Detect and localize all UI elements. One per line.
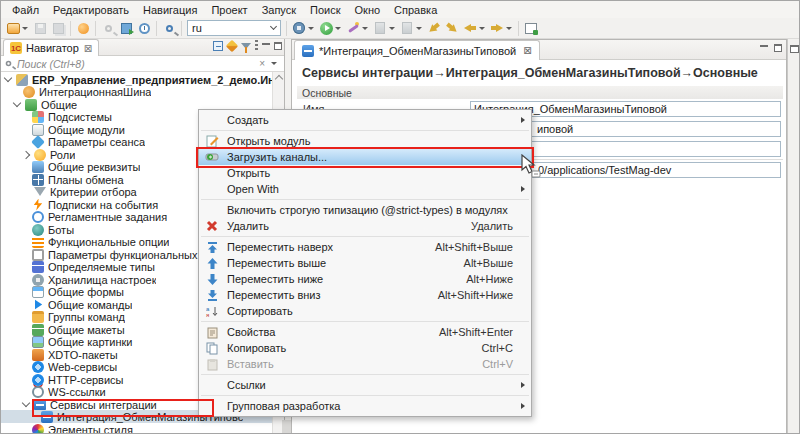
menu-item-open-with[interactable]: Open With — [199, 181, 531, 197]
menu-item-move-top[interactable]: Переместить наверхAlt+Shift+Выше — [199, 239, 531, 255]
new-dropdown-arrow[interactable] — [22, 27, 28, 30]
menu-item-delete[interactable]: УдалитьУдалить — [199, 218, 531, 234]
close-icon[interactable]: ⊠ — [84, 43, 92, 54]
form-icon — [32, 286, 44, 298]
tree-item-style-items[interactable]: Элементы стиля — [1, 423, 284, 434]
menu-run[interactable]: Запуск — [255, 3, 303, 17]
menu-item-move-up[interactable]: Переместить вышеAlt+Выше — [199, 255, 531, 271]
menu-item-move-down[interactable]: Переместить нижеAlt+Ниже — [199, 271, 531, 287]
new-window-button[interactable] — [522, 20, 540, 37]
run-dropdown-arrow[interactable] — [335, 27, 341, 30]
clear-search-icon[interactable]: × — [259, 58, 265, 69]
play-icon — [32, 299, 44, 311]
view-menu-icon[interactable] — [255, 40, 258, 51]
debug-dropdown-arrow[interactable] — [308, 27, 314, 30]
forward-arrow-icon — [491, 24, 503, 32]
menu-item-create[interactable]: Создать — [199, 112, 531, 128]
attributes-icon — [32, 161, 44, 173]
language-combobox[interactable]: ru — [187, 20, 281, 36]
minimize-icon[interactable] — [760, 44, 768, 52]
brackets-icon — [32, 249, 44, 261]
expander-icon[interactable] — [13, 99, 21, 107]
open-search-button[interactable] — [160, 20, 178, 37]
tab-integration-service[interactable]: *Интеграция_ОбменМагазиныТиповой ⊠ — [294, 40, 540, 60]
tool-2-dropdown-arrow[interactable] — [416, 27, 422, 30]
collapse-all-icon[interactable] — [213, 41, 223, 51]
menu-item-references[interactable]: Ссылки — [199, 377, 531, 393]
tab-navigator[interactable]: 1С Навигатор ⊠ — [3, 39, 99, 56]
tool-button-2[interactable] — [398, 20, 416, 37]
expander-icon[interactable] — [22, 399, 30, 407]
menu-navigate[interactable]: Навигация — [136, 3, 204, 17]
delete-icon — [203, 219, 221, 233]
menu-window[interactable]: Окно — [348, 3, 388, 17]
edt-window: Файл Редактировать Навигация Проект Запу… — [0, 0, 800, 434]
redo-button[interactable] — [443, 20, 461, 37]
scheduled-jobs-button[interactable] — [135, 20, 153, 37]
globe-icon — [32, 361, 44, 373]
tool-button-1[interactable] — [371, 20, 389, 37]
check-modules-button[interactable] — [117, 20, 135, 37]
back-dropdown-arrow[interactable] — [479, 27, 485, 30]
minimize-icon[interactable] — [262, 42, 270, 50]
menu-item-copy[interactable]: КопироватьCtrl+C — [199, 340, 531, 356]
menu-separator — [201, 321, 529, 322]
navigator-search[interactable]: Поиск (Ctrl+8) × — [1, 56, 284, 72]
move-down-icon — [203, 272, 221, 286]
properties-icon — [203, 325, 221, 339]
debug-config-button[interactable] — [290, 20, 308, 37]
save-icon — [35, 23, 46, 34]
search-icon — [166, 25, 173, 32]
filter-icon[interactable] — [241, 43, 251, 49]
menu-item-properties[interactable]: СвойстваAlt+Shift+Enter — [199, 324, 531, 340]
run-button[interactable] — [317, 20, 335, 37]
save-all-button[interactable] — [49, 20, 67, 37]
undo-button[interactable] — [425, 20, 443, 37]
menu-file[interactable]: Файл — [5, 3, 46, 17]
tree-item-integration-bus[interactable]: ИнтеграционнаяШина — [1, 85, 284, 98]
menu-project[interactable]: Проект — [204, 3, 254, 17]
menu-separator — [201, 374, 529, 375]
tool-1-dropdown-arrow[interactable] — [389, 27, 395, 30]
bus-icon — [23, 86, 35, 98]
menu-item-enable-strict-types[interactable]: Включить строгую типизацию (@strict-type… — [199, 202, 531, 218]
link-with-editor-icon[interactable] — [226, 39, 239, 52]
menu-item-sort[interactable]: ая Сортировать — [199, 303, 531, 319]
annotation-box-tree-item — [32, 399, 214, 417]
back-arrow-icon — [464, 24, 476, 32]
redo-icon — [445, 21, 459, 35]
menu-separator — [201, 199, 529, 200]
menu-item-team-development[interactable]: Групповая разработка — [199, 398, 531, 414]
validate-button[interactable] — [99, 20, 117, 37]
new-wizard-button[interactable] — [4, 20, 22, 37]
toolbar-separator — [95, 21, 96, 36]
toolbar-separator — [70, 21, 71, 36]
external-tools-button[interactable] — [344, 20, 362, 37]
update-db-config-button[interactable] — [74, 20, 92, 37]
section-header: Основные — [297, 86, 783, 99]
toolbar-separator — [156, 21, 157, 36]
back-button[interactable] — [461, 20, 479, 37]
editor-tab-label: *Интеграция_ОбменМагазиныТиповой — [319, 45, 516, 57]
close-icon[interactable]: ⊠ — [523, 45, 531, 56]
expander-icon[interactable] — [22, 150, 30, 158]
menu-search[interactable]: Поиск — [303, 3, 347, 17]
exchange-icon — [32, 174, 44, 186]
expander-icon[interactable] — [4, 74, 12, 82]
scroll-up-arrow-icon[interactable] — [274, 75, 282, 83]
menu-item-move-bottom[interactable]: Переместить внизAlt+Shift+Ниже — [199, 287, 531, 303]
save-button[interactable] — [31, 20, 49, 37]
forward-button[interactable] — [488, 20, 506, 37]
menu-item-paste[interactable]: ВставитьCtrl+V — [199, 356, 531, 372]
menu-help[interactable]: Справка — [387, 3, 444, 17]
collapsed-view-strip[interactable] — [787, 39, 800, 434]
chevron-down-icon — [270, 23, 277, 30]
maximize-icon[interactable] — [274, 42, 282, 50]
restore-view-icon[interactable] — [790, 45, 799, 53]
maximize-icon[interactable] — [774, 44, 782, 52]
search-options-arrow[interactable] — [271, 62, 277, 65]
forward-dropdown-arrow[interactable] — [506, 27, 512, 30]
menu-edit[interactable]: Редактировать — [46, 3, 136, 17]
external-tools-dropdown-arrow[interactable] — [362, 27, 368, 30]
toolbar-separator — [286, 21, 287, 36]
